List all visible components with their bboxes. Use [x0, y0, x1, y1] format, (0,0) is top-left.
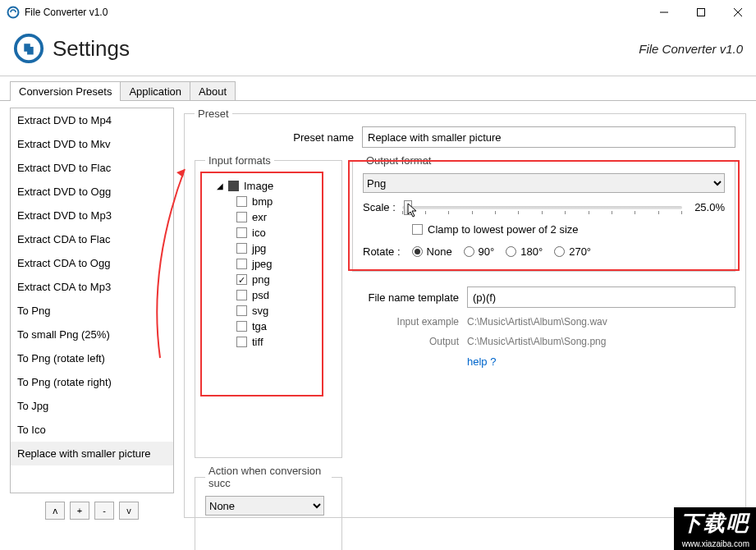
svg-point-0	[8, 7, 19, 18]
preset-item[interactable]: Replace with smaller picture	[11, 442, 173, 465]
preset-legend: Preset	[195, 108, 232, 120]
settings-icon	[13, 33, 44, 64]
scale-slider[interactable]	[402, 206, 682, 209]
preset-item[interactable]: Extract CDA to Mp3	[11, 275, 173, 299]
preset-item[interactable]: To Png (rotate right)	[11, 370, 173, 394]
output-path-label: Output	[352, 336, 467, 347]
highlight-box-output	[348, 160, 740, 271]
app-icon	[7, 6, 20, 19]
action-legend: Action when conversion succ	[205, 465, 332, 489]
preset-list[interactable]: Extract DVD to Mp4Extract DVD to MkvExtr…	[10, 108, 174, 493]
move-up-button[interactable]: ʌ	[45, 502, 65, 520]
close-window-button[interactable]	[719, 0, 756, 25]
preset-item[interactable]: To small Png (25%)	[11, 323, 173, 346]
template-input[interactable]	[467, 286, 735, 308]
maximize-button[interactable]	[682, 0, 719, 25]
output-path-value: C:\Music\Artist\Album\Song.png	[467, 336, 606, 347]
example-value: C:\Music\Artist\Album\Song.wav	[467, 316, 607, 328]
preset-item[interactable]: To Ico	[11, 418, 173, 442]
close-button[interactable]: Close	[679, 507, 745, 529]
preset-item[interactable]: Extract CDA to Ogg	[11, 251, 173, 275]
input-formats-legend: Input formats	[205, 154, 274, 167]
preset-name-input[interactable]	[362, 126, 735, 148]
preset-item[interactable]: To Png	[11, 299, 173, 323]
brand-label: File Converter v1.0	[639, 42, 743, 56]
minimize-button[interactable]	[645, 0, 682, 25]
preset-item[interactable]: Extract DVD to Mp4	[11, 108, 173, 132]
remove-button[interactable]: -	[94, 502, 114, 520]
slider-thumb[interactable]	[404, 200, 412, 215]
tab-conversion-presets[interactable]: Conversion Presets	[10, 81, 121, 101]
preset-item[interactable]: Extract CDA to Flac	[11, 227, 173, 251]
action-select[interactable]: None	[205, 496, 324, 516]
window-title: File Converter v1.0	[25, 7, 645, 18]
preset-item[interactable]: To Png (rotate left)	[11, 346, 173, 370]
help-link-template[interactable]: help ?	[467, 355, 496, 368]
preset-item[interactable]: Extract DVD to Flac	[11, 156, 173, 180]
preset-name-label: Preset name	[195, 131, 362, 144]
move-down-button[interactable]: v	[119, 502, 139, 520]
preset-item[interactable]: To Jpg	[11, 394, 173, 418]
example-label: Input example	[352, 316, 467, 328]
preset-item[interactable]: Extract DVD to Ogg	[11, 180, 173, 204]
preset-item[interactable]: Extract DVD to Mp3	[11, 204, 173, 227]
template-label: File name template	[352, 291, 467, 304]
tab-application[interactable]: Application	[120, 81, 190, 101]
svg-rect-2	[697, 9, 704, 16]
preset-item[interactable]: Extract DVD to Mkv	[11, 132, 173, 156]
add-button[interactable]: +	[70, 502, 89, 520]
tab-about[interactable]: About	[190, 81, 236, 101]
page-title: Settings	[53, 36, 639, 62]
highlight-box-inputs	[200, 172, 323, 396]
